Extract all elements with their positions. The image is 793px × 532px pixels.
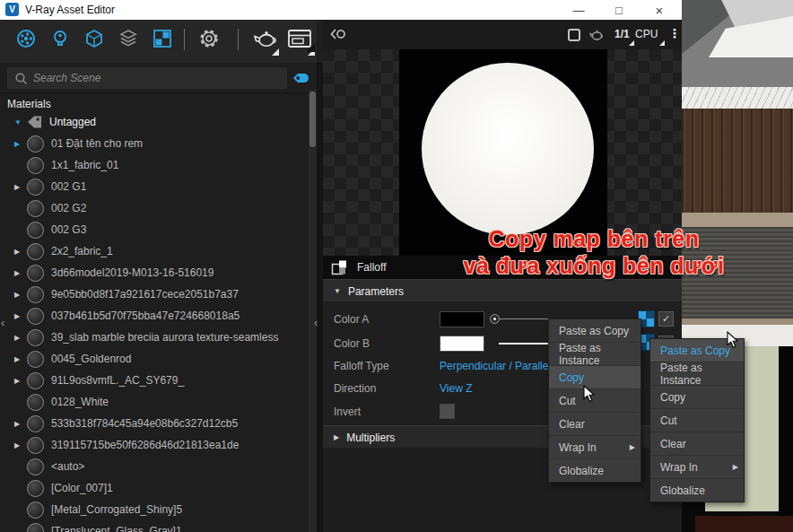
tree-row[interactable]: 319115715be50f6286d46d21813ea1de — [0, 434, 309, 456]
material-sphere-icon — [27, 415, 44, 432]
direction-value[interactable]: View Z — [440, 382, 472, 395]
preview-toolbar: 1/1 CPU ⋮ — [323, 20, 682, 49]
tree-row[interactable]: 0045_Goldenrod — [0, 348, 309, 370]
expander-arrow-icon[interactable] — [14, 118, 23, 126]
menu-item-globalize[interactable]: Globalize — [549, 459, 640, 482]
close-button[interactable]: × — [646, 0, 673, 20]
annotation-line-2: và đưa xuống bên dưới — [413, 252, 775, 279]
render-region-icon[interactable] — [567, 28, 581, 42]
tree-item-label: 002 G2 — [51, 202, 86, 214]
falloff-type-value[interactable]: Perpendicular / Parallel — [440, 360, 551, 372]
menu-item-label: Copy — [559, 371, 584, 384]
tree-row[interactable]: 0128_White — [0, 391, 309, 413]
tree-row[interactable]: 533b318f784c45a94e08b6c327d12cb5 — [0, 413, 309, 434]
expander-arrow-icon[interactable] — [14, 377, 23, 385]
menu-item-wrap-in[interactable]: Wrap In▶ — [650, 456, 744, 479]
tree-row[interactable]: 3d66model2019-M013-16-516019 — [0, 262, 309, 283]
tree-row[interactable]: 002 G1 — [0, 176, 309, 197]
more-menu-icon[interactable]: ⋮ — [668, 26, 681, 40]
expander-arrow-icon[interactable] — [14, 312, 23, 320]
mouse-cursor — [727, 331, 740, 349]
tree-item-label: 533b318f784c45a94e08b6c327d12cb5 — [51, 417, 238, 430]
expander-arrow-icon[interactable] — [14, 140, 23, 148]
minimize-button[interactable]: — — [565, 0, 592, 20]
tree-row[interactable]: 01 Đặt tên cho rem — [0, 133, 309, 154]
tree-item-label: 3d66model2019-M013-16-516019 — [51, 266, 214, 279]
menu-item-globalize[interactable]: Globalize — [650, 479, 744, 501]
menu-item-paste-as-copy[interactable]: Paste as Copy — [549, 319, 640, 343]
collapse-preview-icon[interactable] — [330, 26, 346, 42]
menu-item-label: Wrap In — [660, 461, 698, 474]
sidebar-scrollbar[interactable] — [309, 90, 317, 532]
collapse-sidebar-icon[interactable]: ‹ — [314, 316, 318, 329]
param-label-invert: Invert — [334, 406, 361, 418]
vray-asset-editor-window: V V-Ray Asset Editor — □ × — [0, 0, 793, 532]
tree-row[interactable]: 91L9os8vmfL._AC_SY679_ — [0, 370, 309, 391]
viewport-white-edge — [682, 87, 793, 109]
material-sphere-icon — [27, 308, 44, 325]
material-sphere-icon — [27, 394, 44, 411]
menu-item-cut[interactable]: Cut — [650, 409, 744, 432]
param-label-color-b: Color B — [334, 337, 370, 350]
tree-row[interactable]: 39_slab marble breciia aurora texture-se… — [0, 327, 309, 348]
context-menu-color-b: Paste as CopyPaste as InstanceCopyCutCle… — [649, 338, 745, 502]
invert-checkbox[interactable] — [440, 404, 455, 419]
section-collapse-icon: ▼ — [334, 287, 341, 295]
panel-divider[interactable] — [317, 63, 323, 532]
color-b-swatch[interactable] — [440, 336, 484, 352]
engine-selector[interactable]: CPU — [635, 28, 658, 40]
expander-arrow-icon[interactable] — [14, 269, 23, 277]
menu-item-copy[interactable]: Copy — [650, 386, 744, 409]
expander-arrow-icon[interactable] — [14, 420, 23, 428]
tree-row[interactable]: 9e05bb0d8f17a921617cece2051b7a37 — [0, 283, 309, 305]
material-sphere-icon — [27, 458, 44, 475]
material-sphere-icon — [27, 351, 44, 368]
tree-row[interactable]: [Metal_Corrogated_Shiny]5 — [0, 499, 309, 520]
tree-row[interactable]: Untagged — [0, 111, 309, 133]
expander-arrow-icon[interactable] — [14, 291, 23, 299]
submenu-arrow-icon: ▶ — [630, 443, 635, 451]
frame-count[interactable]: 1/1 — [614, 28, 630, 40]
menu-item-clear[interactable]: Clear — [549, 413, 640, 436]
expander-arrow-icon[interactable] — [14, 441, 23, 449]
menu-item-label: Cut — [660, 414, 677, 427]
maximize-button[interactable]: □ — [606, 0, 632, 20]
tree-row[interactable]: 037b461b5d70f75bba47e724668018a5 — [0, 305, 309, 327]
tree-item-label: Untagged — [49, 116, 96, 128]
expander-arrow-icon[interactable] — [14, 355, 23, 363]
tree-row[interactable]: 1x1_fabric_01 — [0, 154, 309, 176]
expander-arrow-icon[interactable] — [14, 183, 23, 191]
render-teapot-small-icon[interactable] — [588, 28, 605, 42]
tree-item-label: [Metal_Corrogated_Shiny]5 — [51, 503, 182, 516]
param-label-color-a: Color A — [334, 313, 369, 326]
material-sphere-icon — [27, 157, 44, 174]
material-sphere-icon — [27, 501, 44, 519]
tree-row[interactable]: 2x2_fabric_1 — [0, 240, 309, 262]
material-sphere-icon — [27, 243, 44, 260]
expander-arrow-icon[interactable] — [14, 248, 23, 256]
menu-item-paste-as-instance[interactable]: Paste as Instance — [549, 343, 640, 366]
tree-item-label: 01 Đặt tên cho rem — [51, 137, 143, 150]
tree-item-label: [Translucent_Glass_Gray]1 — [51, 525, 182, 532]
tree-item-label: 91L9os8vmfL._AC_SY679_ — [51, 374, 184, 387]
collapse-left-panel-icon[interactable]: ‹ — [1, 316, 4, 329]
sidebar-scrollbar-thumb[interactable] — [309, 92, 316, 147]
tree-row[interactable]: [Translucent_Glass_Gray]1 — [0, 520, 309, 532]
menu-item-paste-as-instance[interactable]: Paste as Instance — [650, 362, 744, 386]
frame-count-dropdown-icon — [629, 40, 634, 46]
menu-item-clear[interactable]: Clear — [650, 432, 744, 456]
tree-row[interactable]: [Color_007]1 — [0, 477, 309, 499]
color-a-swatch[interactable] — [440, 311, 484, 327]
section-expand-icon: ▶ — [334, 433, 339, 441]
parameters-section-header[interactable]: ▼ Parameters — [323, 279, 682, 302]
menu-item-label: Paste as Instance — [559, 342, 635, 367]
expander-arrow-icon[interactable] — [14, 334, 23, 342]
viewport-wood-cabinet — [682, 109, 793, 213]
tree-row[interactable]: 002 G3 — [0, 219, 309, 240]
tree-row[interactable]: 002 G2 — [0, 197, 309, 219]
menu-item-label: Copy — [660, 391, 685, 404]
menu-item-wrap-in[interactable]: Wrap In▶ — [549, 436, 640, 459]
color-a-slider-knob[interactable] — [490, 314, 500, 324]
color-a-checkbox[interactable]: ✓ — [658, 311, 674, 327]
tree-row[interactable]: <auto> — [0, 456, 309, 477]
